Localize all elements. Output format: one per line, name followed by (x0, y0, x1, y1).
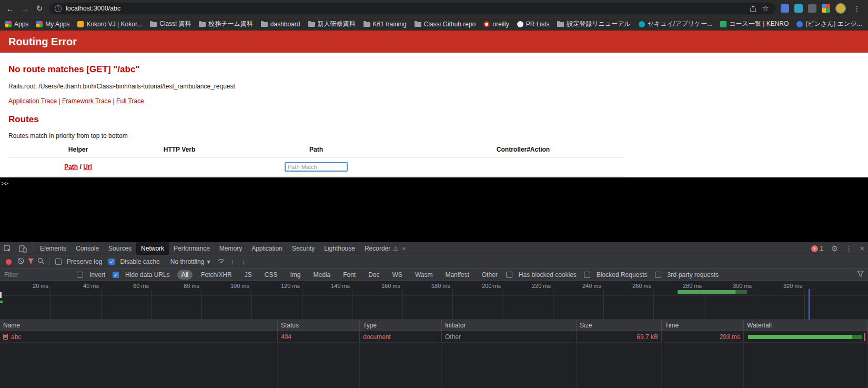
blocked-requests-checkbox[interactable] (584, 272, 590, 278)
request-row[interactable]: abc 404 document Other 69.7 kB 293 ms (0, 331, 868, 343)
back-icon[interactable]: ← (5, 4, 15, 13)
devtools-tab-bar: Elements Console Sources Network Perform… (0, 242, 868, 255)
chip-font[interactable]: Font (339, 270, 360, 280)
col-size[interactable]: Size (577, 320, 662, 331)
folder-icon (415, 22, 421, 27)
tab-memory[interactable]: Memory (215, 242, 247, 255)
url-link[interactable]: Url (83, 163, 92, 171)
record-icon[interactable] (6, 259, 12, 265)
forward-icon[interactable]: → (20, 4, 29, 13)
chip-ws[interactable]: WS (388, 270, 407, 280)
bookmark-folder-shinjin[interactable]: 新人研修資料 (308, 19, 356, 28)
network-conditions-icon[interactable] (217, 258, 225, 266)
chip-other[interactable]: Other (478, 270, 502, 280)
bookmark-kenro[interactable]: コース一覧 | KENRO (720, 19, 789, 28)
col-status[interactable]: Status (278, 320, 360, 331)
framework-trace-link[interactable]: Framework Trace (62, 97, 111, 105)
third-party-requests-checkbox[interactable] (655, 272, 661, 278)
page-info-icon[interactable]: i (55, 5, 62, 12)
chip-manifest[interactable]: Manifest (441, 270, 473, 280)
chip-img[interactable]: Img (286, 270, 305, 280)
col-time[interactable]: Time (662, 320, 744, 331)
hide-data-urls-checkbox[interactable]: ✓ (113, 272, 119, 278)
bookmark-folder-k61[interactable]: K61 training (364, 21, 407, 28)
invert-checkbox[interactable] (77, 272, 83, 278)
rails-root-path: Rails.root: /Users/le.thanh.binh/Classi-… (8, 83, 860, 90)
export-har-icon[interactable]: ↓ (239, 258, 247, 266)
col-type[interactable]: Type (360, 320, 442, 331)
extension-icon[interactable] (822, 4, 830, 13)
tab-network[interactable]: Network (136, 242, 169, 255)
col-name[interactable]: Name (0, 320, 278, 331)
bookmark-oreilly[interactable]: oreilly (483, 21, 509, 28)
col-waterfall[interactable]: Waterfall (744, 320, 868, 331)
import-har-icon[interactable]: ↑ (228, 258, 236, 266)
bookmark-apps[interactable]: Apps (5, 21, 28, 28)
filter-icon[interactable] (27, 258, 34, 266)
extension-icon[interactable] (808, 4, 816, 13)
tab-sources[interactable]: Sources (104, 242, 136, 255)
bookmark-security[interactable]: セキュイ/アプリケー... (639, 19, 713, 28)
preserve-log-checkbox[interactable] (55, 258, 62, 265)
devtools-menu-icon[interactable]: ⋮ (842, 242, 856, 255)
bookmark-folder-koumu[interactable]: 校務チーム資料 (199, 19, 253, 28)
network-toolbar: Preserve log ✓ Disable cache No throttli… (0, 255, 868, 268)
chip-wasm[interactable]: Wasm (411, 270, 437, 280)
page-title: Routing Error (8, 36, 77, 48)
full-trace-link[interactable]: Full Trace (116, 97, 144, 105)
request-time: 293 ms (662, 331, 744, 342)
tab-console[interactable]: Console (71, 242, 104, 255)
close-devtools-icon[interactable]: × (856, 242, 868, 255)
address-bar[interactable]: i localhost:3000/abc ☆ (49, 3, 775, 14)
more-filters-icon[interactable] (857, 271, 864, 278)
device-toolbar-icon[interactable] (15, 242, 31, 255)
tab-performance[interactable]: Performance (169, 242, 215, 255)
disable-cache-label: Disable cache (120, 258, 159, 265)
settings-gear-icon[interactable]: ⚙ (827, 242, 842, 255)
inspect-element-icon[interactable] (0, 242, 15, 255)
bookmark-star-icon[interactable]: ☆ (761, 4, 770, 13)
bookmarks-bar: Apps My Apps Kokoro VJ | Kokor... Classi… (0, 17, 868, 31)
disable-cache-checkbox[interactable]: ✓ (108, 258, 115, 265)
extension-icon[interactable] (781, 4, 789, 13)
tab-lighthouse[interactable]: Lighthouse (319, 242, 360, 255)
bookmark-binsan[interactable]: (ビンさん) エンジ... (796, 19, 862, 28)
tab-security[interactable]: Security (287, 242, 319, 255)
bookmark-kokoro[interactable]: Kokoro VJ | Kokor... (77, 21, 142, 28)
bookmark-my-apps[interactable]: My Apps (36, 21, 69, 28)
bookmark-folder-settei[interactable]: 設定登録リニューアル (557, 19, 630, 28)
close-tab-icon[interactable]: × (401, 245, 405, 252)
application-trace-link[interactable]: Application Trace (8, 97, 57, 105)
chip-doc[interactable]: Doc (364, 270, 383, 280)
tab-elements[interactable]: Elements (35, 242, 71, 255)
chip-fetch-xhr[interactable]: Fetch/XHR (197, 270, 236, 280)
third-party-requests-label: 3rd-party requests (668, 271, 719, 278)
bookmark-folder-dashboard[interactable]: dashboard (261, 21, 300, 28)
browser-menu-icon[interactable]: ⋮ (851, 4, 863, 13)
col-initiator[interactable]: Initiator (442, 320, 577, 331)
throttling-select[interactable]: No throttling ▾ (170, 258, 210, 265)
path-match-input[interactable] (285, 162, 348, 172)
clear-icon[interactable] (17, 257, 24, 266)
path-link[interactable]: Path (64, 163, 78, 171)
apps-grid-icon (5, 21, 12, 27)
reload-icon[interactable]: ↻ (35, 4, 44, 13)
filter-input[interactable] (4, 271, 73, 278)
search-icon[interactable] (37, 257, 44, 266)
chip-js[interactable]: JS (240, 270, 256, 280)
bookmark-folder-github[interactable]: Classi Github repo (415, 21, 476, 28)
chip-media[interactable]: Media (309, 270, 335, 280)
bookmark-pr-lists[interactable]: PR Lists (517, 21, 550, 28)
error-counter[interactable]: × 1 (807, 242, 828, 255)
trace-links: Application Trace | Framework Trace | Fu… (8, 97, 860, 105)
has-blocked-cookies-checkbox[interactable] (506, 272, 512, 278)
bookmark-folder-classi[interactable]: Classi 資料 (150, 19, 191, 28)
tab-application[interactable]: Application (247, 242, 287, 255)
tab-recorder[interactable]: Recorder ⚠ × (360, 242, 410, 255)
chip-all[interactable]: All (177, 270, 193, 280)
profile-avatar[interactable] (835, 3, 846, 14)
extension-icon[interactable] (794, 4, 803, 13)
network-timeline-overview[interactable]: 20 ms 40 ms 60 ms 80 ms 100 ms 120 ms 14… (0, 281, 868, 320)
share-icon[interactable] (750, 5, 756, 12)
chip-css[interactable]: CSS (260, 270, 282, 280)
